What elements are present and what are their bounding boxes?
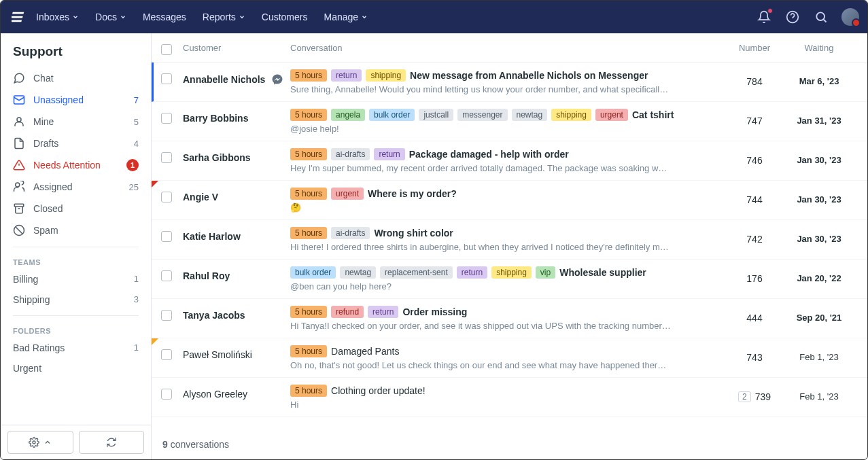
- tag[interactable]: replacement-sent: [380, 266, 453, 279]
- search-icon[interactable]: [813, 9, 829, 25]
- tag[interactable]: 5 hours: [290, 148, 327, 160]
- tag[interactable]: return: [331, 69, 362, 82]
- sidebar-item-drafts[interactable]: Drafts4: [1, 132, 151, 154]
- svg-point-7: [33, 441, 35, 444]
- tag[interactable]: 5 hours: [290, 188, 327, 200]
- folders-header: FOLDERS: [1, 321, 151, 338]
- row-checkbox[interactable]: [161, 389, 172, 400]
- tag[interactable]: return: [457, 266, 487, 279]
- row-checkbox[interactable]: [161, 73, 172, 84]
- waiting-date: Jan 30, '23: [782, 188, 856, 205]
- tag[interactable]: 5 hours: [290, 306, 327, 318]
- tag[interactable]: newtag: [340, 266, 376, 279]
- conversation-row[interactable]: Paweł Smoliński5 hoursDamaged PantsOh no…: [152, 338, 867, 378]
- nav-messages[interactable]: Messages: [143, 12, 186, 22]
- tag[interactable]: 5 hours: [290, 109, 327, 121]
- row-checkbox[interactable]: [161, 192, 172, 202]
- settings-button[interactable]: [7, 431, 73, 454]
- conversation-row[interactable]: Angie V5 hoursurgentWhere is my order?🤔7…: [152, 181, 867, 220]
- nav-reports[interactable]: Reports: [203, 12, 245, 22]
- sidebar-item-assigned[interactable]: Assigned25: [1, 176, 151, 198]
- notifications-icon[interactable]: [756, 9, 772, 25]
- tag[interactable]: 5 hours: [290, 385, 327, 397]
- customer-name: Sarha Gibbons: [183, 148, 290, 163]
- conversation-row[interactable]: Barry Bobbins5 hoursangelabulk orderjust…: [152, 102, 867, 141]
- tag[interactable]: ai-drafts: [331, 227, 370, 239]
- tag[interactable]: justcall: [419, 109, 453, 121]
- conversation-row[interactable]: Tanya Jacobs5 hoursrefundreturnOrder mis…: [152, 299, 867, 338]
- col-conversation[interactable]: Conversation: [290, 43, 727, 53]
- inbox-title: Support: [1, 33, 151, 67]
- folder-urgent[interactable]: Urgent: [1, 358, 151, 378]
- row-checkbox[interactable]: [161, 270, 172, 281]
- tag[interactable]: return: [368, 306, 398, 318]
- sidebar-item-needs-attention[interactable]: Needs Attention1: [1, 154, 151, 176]
- preview: Hi Tanya!I checked on your order, and se…: [290, 321, 671, 331]
- waiting-date: Jan 30, '23: [782, 148, 856, 165]
- waiting-date: Sep 20, '21: [782, 306, 856, 323]
- preview: Hey I'm super bummed, my recent order ar…: [290, 163, 671, 173]
- row-checkbox[interactable]: [161, 113, 172, 124]
- conversation-number: 746: [727, 148, 782, 166]
- tag[interactable]: shipping: [551, 109, 591, 121]
- help-icon[interactable]: [784, 9, 801, 25]
- conversation-number: 2739: [727, 385, 782, 402]
- conversation-row[interactable]: Sarha Gibbons5 hoursai-draftsreturnPacka…: [152, 141, 867, 181]
- tag[interactable]: newtag: [512, 109, 548, 121]
- col-number[interactable]: Number: [727, 43, 782, 53]
- tag[interactable]: messenger: [457, 109, 507, 121]
- tag[interactable]: 5 hours: [290, 69, 327, 82]
- nav-inboxes[interactable]: Inboxes: [36, 12, 79, 22]
- col-waiting[interactable]: Waiting: [782, 43, 856, 53]
- tag[interactable]: bulk order: [369, 109, 415, 121]
- sidebar-item-chat[interactable]: Chat: [1, 67, 151, 89]
- sidebar-item-spam[interactable]: Spam: [1, 219, 151, 241]
- archive-icon: [13, 202, 25, 215]
- conversation-row[interactable]: Alyson Greeley5 hoursClothing order upda…: [152, 378, 867, 417]
- svg-point-3: [17, 118, 21, 122]
- tag[interactable]: shipping: [491, 266, 532, 279]
- row-checkbox[interactable]: [161, 310, 172, 321]
- tag[interactable]: bulk order: [290, 266, 336, 279]
- spam-icon: [13, 224, 25, 236]
- customer-name: Annabelle Nichols: [183, 69, 290, 86]
- conversation-count: 9 conversations: [152, 429, 867, 459]
- nav-docs[interactable]: Docs: [95, 12, 126, 22]
- tag[interactable]: return: [374, 148, 404, 160]
- sidebar-item-unassigned[interactable]: Unassigned7: [1, 89, 151, 111]
- select-all-checkbox[interactable]: [161, 44, 172, 55]
- conversation-row[interactable]: Annabelle Nichols5 hoursreturnshippingNe…: [152, 63, 867, 102]
- team-shipping[interactable]: Shipping3: [1, 289, 151, 310]
- tag[interactable]: urgent: [331, 188, 364, 200]
- sidebar-item-closed[interactable]: Closed: [1, 198, 151, 219]
- tag[interactable]: vip: [536, 266, 555, 279]
- user-avatar[interactable]: [841, 8, 859, 26]
- tag[interactable]: 5 hours: [290, 345, 327, 357]
- row-checkbox[interactable]: [161, 152, 172, 163]
- col-customer[interactable]: Customer: [183, 43, 290, 53]
- team-billing[interactable]: Billing1: [1, 269, 151, 289]
- conversation-number: 742: [727, 227, 782, 245]
- logo-icon[interactable]: [12, 9, 28, 25]
- tag[interactable]: shipping: [366, 69, 406, 82]
- refresh-button[interactable]: [79, 431, 145, 454]
- customer-name: Angie V: [183, 188, 290, 202]
- conversation-list: Customer Conversation Number Waiting Ann…: [152, 33, 867, 459]
- tag[interactable]: angela: [331, 109, 365, 121]
- tag[interactable]: refund: [331, 306, 364, 318]
- nav-customers[interactable]: Customers: [262, 12, 308, 22]
- sidebar-item-mine[interactable]: Mine5: [1, 111, 151, 132]
- subject: Package damaged - help with order: [409, 149, 569, 160]
- tag[interactable]: 5 hours: [290, 227, 327, 239]
- row-checkbox[interactable]: [161, 231, 172, 242]
- chevron-down-icon: [120, 14, 126, 20]
- conversation-number: 747: [727, 109, 782, 126]
- user-icon: [13, 116, 25, 128]
- tag[interactable]: ai-drafts: [331, 148, 370, 160]
- tag[interactable]: urgent: [595, 109, 628, 121]
- folder-bad-ratings[interactable]: Bad Ratings1: [1, 338, 151, 358]
- nav-manage[interactable]: Manage: [324, 12, 368, 22]
- conversation-row[interactable]: Katie Harlow5 hoursai-draftsWrong shirt …: [152, 220, 867, 260]
- row-checkbox[interactable]: [161, 349, 172, 360]
- conversation-row[interactable]: Rahul Roybulk ordernewtagreplacement-sen…: [152, 260, 867, 299]
